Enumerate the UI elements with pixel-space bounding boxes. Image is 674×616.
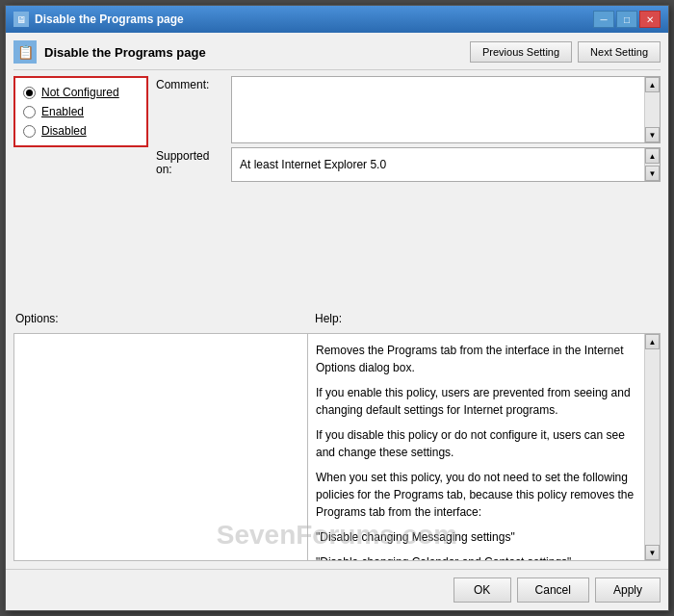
help-scroll-up[interactable]: ▲: [645, 334, 660, 349]
help-para-4: When you set this policy, you do not nee…: [316, 469, 636, 521]
ok-button[interactable]: OK: [454, 578, 511, 603]
bottom-panels: Removes the Programs tab from the interf…: [13, 333, 661, 561]
comment-box[interactable]: ▲ ▼: [231, 76, 661, 143]
options-label: Options:: [13, 312, 307, 325]
supported-label: Supported on:: [156, 147, 223, 182]
supported-value: At least Internet Explorer 5.0: [236, 158, 386, 171]
policy-icon: 📋: [13, 40, 37, 64]
radio-label-enabled: Enabled: [41, 105, 84, 118]
help-scroll-down[interactable]: ▼: [645, 545, 660, 560]
comment-label: Comment:: [156, 76, 223, 143]
radio-circle-enabled: [23, 106, 36, 118]
title-controls: ─ □ ✕: [593, 11, 661, 28]
supported-row: Supported on: At least Internet Explorer…: [156, 147, 661, 182]
help-scroll-track: [645, 349, 660, 545]
radio-group: Not Configured Enabled Disabled: [13, 76, 148, 147]
header-left: 📋 Disable the Programs page: [13, 40, 206, 64]
help-panel: Removes the Programs tab from the interf…: [308, 334, 660, 560]
content-area: 📋 Disable the Programs page Previous Set…: [6, 33, 668, 569]
radio-not-configured[interactable]: Not Configured: [23, 86, 139, 99]
radio-circle-disabled: [23, 125, 36, 138]
prev-setting-button[interactable]: Previous Setting: [470, 41, 572, 63]
header-buttons: Previous Setting Next Setting: [470, 41, 661, 63]
header-title: Disable the Programs page: [44, 45, 206, 60]
scroll-down-arrow[interactable]: ▼: [645, 127, 660, 142]
title-bar: 🖥 Disable the Programs page ─ □ ✕: [6, 6, 668, 33]
minimize-button[interactable]: ─: [593, 11, 614, 28]
supported-scroll-up[interactable]: ▲: [645, 148, 660, 164]
scroll-track: [645, 92, 660, 127]
supported-scrollbar[interactable]: ▲ ▼: [644, 148, 660, 181]
cancel-button[interactable]: Cancel: [517, 578, 589, 603]
header-row: 📋 Disable the Programs page Previous Set…: [13, 40, 661, 70]
comment-scrollbar[interactable]: ▲ ▼: [644, 77, 660, 142]
left-panel: Not Configured Enabled Disabled: [13, 76, 148, 302]
help-para-2: If you enable this policy, users are pre…: [316, 384, 636, 419]
footer: OK Cancel Apply: [6, 569, 668, 610]
help-content: Removes the Programs tab from the interf…: [308, 334, 644, 560]
radio-label-not-configured: Not Configured: [41, 86, 119, 99]
help-para-6: "Disable changing Calendar and Contact s…: [316, 553, 636, 560]
radio-disabled[interactable]: Disabled: [23, 124, 139, 138]
help-para-5: "Disable changing Messaging settings": [316, 528, 636, 546]
radio-circle-not-configured: [23, 87, 36, 99]
supported-box: At least Internet Explorer 5.0 ▲ ▼: [231, 147, 661, 182]
radio-label-disabled: Disabled: [41, 124, 87, 138]
close-button[interactable]: ✕: [639, 11, 661, 28]
maximize-button[interactable]: □: [616, 11, 637, 28]
title-bar-left: 🖥 Disable the Programs page: [13, 12, 184, 27]
comment-row: Comment: ▲ ▼: [156, 76, 661, 143]
main-area: Not Configured Enabled Disabled Comm: [13, 76, 661, 302]
help-label: Help:: [307, 312, 661, 325]
supported-scroll-down[interactable]: ▼: [645, 166, 660, 181]
scroll-up-arrow[interactable]: ▲: [645, 77, 660, 92]
labels-row: Options: Help:: [13, 308, 661, 327]
main-window: 🖥 Disable the Programs page ─ □ ✕ 📋 Disa…: [5, 5, 669, 611]
help-para-1: Removes the Programs tab from the interf…: [316, 342, 636, 376]
help-para-3: If you disable this policy or do not con…: [316, 426, 636, 461]
window-icon: 🖥: [13, 12, 29, 27]
options-panel: [14, 334, 308, 560]
window-title: Disable the Programs page: [35, 13, 184, 26]
next-setting-button[interactable]: Next Setting: [578, 41, 661, 63]
apply-button[interactable]: Apply: [595, 578, 661, 603]
radio-enabled[interactable]: Enabled: [23, 105, 139, 118]
help-scrollbar[interactable]: ▲ ▼: [644, 334, 660, 560]
right-panel: Comment: ▲ ▼ Supported on: At least Inte…: [156, 76, 661, 302]
